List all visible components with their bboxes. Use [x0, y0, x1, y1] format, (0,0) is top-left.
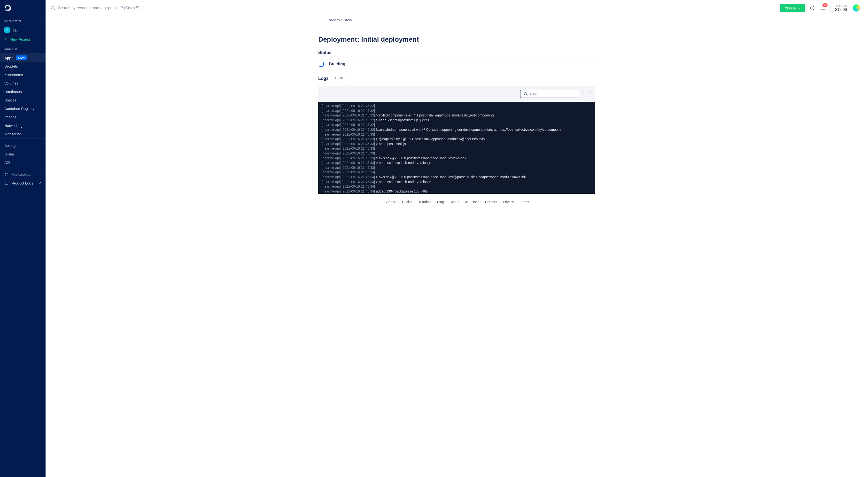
external-link-marketplace[interactable]: ▢Marketplace↗	[0, 170, 45, 179]
sidebar-item-settings[interactable]: Settings	[0, 141, 45, 150]
search-input[interactable]	[58, 6, 776, 10]
footer-link-careers[interactable]: Careers	[485, 200, 497, 204]
log-terminal[interactable]: [nearme-api] [2021-09-16 21:45:32] [near…	[318, 102, 595, 194]
find-prev-button[interactable]: ˄	[583, 92, 585, 96]
topbar: Create ⌄ ? 25 USAGE $18.96 ⌄	[45, 0, 868, 16]
sidebar-item-api[interactable]: API	[0, 158, 45, 167]
logs-header: Logs LIVE	[318, 76, 595, 81]
sidebar-item-monitoring[interactable]: Monitoring	[0, 130, 45, 138]
chevron-left-icon: 〈	[318, 18, 322, 22]
search-icon	[51, 6, 55, 10]
sidebar-item-label: Images	[4, 115, 16, 119]
page-title: Deployment: Initial deployment	[318, 36, 595, 43]
external-link-product-docs[interactable]: ▢Product Docs↗	[0, 179, 45, 187]
search-icon	[524, 92, 528, 96]
sidebar-item-volumes[interactable]: Volumes	[0, 79, 45, 87]
chevron-up-icon: ˄	[40, 47, 41, 51]
chevron-down-icon: ⌄	[797, 6, 800, 10]
log-panel: ˄ ˅ [nearme-api] [2021-09-16 21:45:32] […	[318, 86, 595, 194]
logs-label: Logs	[318, 76, 329, 81]
log-line: [nearme-api] [2021-09-16 21:45:33] > nod…	[321, 161, 592, 165]
svg-rect-1	[6, 9, 6, 10]
log-find-input[interactable]	[530, 92, 575, 96]
chevron-down-icon: ⌄	[861, 6, 863, 10]
logo[interactable]	[0, 0, 45, 16]
log-find-box[interactable]	[520, 90, 578, 98]
sidebar-item-container-registry[interactable]: Container Registry	[0, 104, 45, 113]
find-next-button[interactable]: ˅	[589, 92, 591, 96]
global-search[interactable]	[51, 6, 776, 10]
sidebar-item-label: Monitoring	[4, 132, 21, 136]
help-button[interactable]: ?	[809, 5, 815, 11]
spinner-icon	[318, 61, 324, 67]
footer-link-status[interactable]: Status	[450, 200, 459, 204]
help-icon: ?	[810, 5, 815, 11]
log-line: [nearme-api] [2021-09-16 21:45:32] Use s…	[321, 127, 592, 132]
log-line: [nearme-api] [2021-09-16 21:45:34] > aws…	[321, 175, 592, 180]
project-name: dev	[12, 28, 19, 32]
page-content: 〈 Back to History Deployment: Initial de…	[45, 16, 868, 477]
svg-rect-2	[5, 10, 6, 10]
create-label: Create	[784, 6, 796, 10]
manage-section-header[interactable]: MANAGE ˄	[0, 44, 45, 53]
footer-link-privacy[interactable]: Privacy	[503, 200, 514, 204]
notification-count-badge: 25	[823, 3, 828, 7]
log-line: [nearme-api] [2021-09-16 21:45:32]	[321, 108, 592, 113]
projects-label: PROJECTS	[4, 20, 21, 23]
log-line: [nearme-api] [2021-09-16 21:45:32] > sty…	[321, 113, 592, 118]
log-line: [nearme-api] [2021-09-16 21:45:32] > nod…	[321, 118, 592, 123]
sidebar: PROJECTS ˄ dev + New Project MANAGE ˄ Ap…	[0, 0, 45, 477]
create-button[interactable]: Create ⌄	[780, 4, 805, 12]
usage-display[interactable]: USAGE $18.96	[835, 4, 847, 12]
notifications-button[interactable]: 25	[820, 5, 826, 11]
log-line: [nearme-api] [2021-09-16 21:45:32]	[321, 123, 592, 127]
sidebar-item-label: Spaces	[4, 98, 17, 102]
sidebar-item-apps[interactable]: AppsNEW	[0, 53, 45, 62]
usage-label: USAGE	[836, 4, 847, 7]
account-menu[interactable]: ⌄	[851, 4, 863, 12]
log-line: [nearme-api] [2021-09-16 21:45:34]	[321, 184, 592, 189]
sidebar-item-networking[interactable]: Networking	[0, 121, 45, 130]
log-line: [nearme-api] [2021-09-16 21:45:33]	[321, 151, 592, 156]
new-project-button[interactable]: + New Project	[0, 35, 45, 44]
back-to-history-link[interactable]: 〈 Back to History	[318, 16, 595, 27]
footer-link-blog[interactable]: Blog	[437, 200, 444, 204]
project-item-dev[interactable]: dev	[0, 25, 45, 35]
sidebar-item-billing[interactable]: Billing	[0, 150, 45, 158]
footer-link-terms[interactable]: Terms	[520, 200, 529, 204]
projects-section-header[interactable]: PROJECTS ˄	[0, 16, 45, 25]
new-badge: NEW	[16, 56, 27, 60]
footer-link-pricing[interactable]: Pricing	[402, 200, 413, 204]
sidebar-item-kubernetes[interactable]: Kubernetes	[0, 70, 45, 79]
main-area: Create ⌄ ? 25 USAGE $18.96 ⌄ 〈 Back to H…	[45, 0, 868, 477]
project-swatch-icon	[4, 27, 10, 33]
account-nav: SettingsBillingAPI	[0, 141, 45, 167]
usage-amount: $18.96	[835, 7, 847, 12]
external-arrow-icon: ↗	[39, 181, 41, 185]
footer-link-support[interactable]: Support	[384, 200, 397, 204]
box-icon: ▢	[4, 181, 9, 185]
log-line: [nearme-api] [2021-09-16 21:45:33] > @na…	[321, 137, 592, 141]
sidebar-item-images[interactable]: Images	[0, 113, 45, 121]
sidebar-item-label: Networking	[4, 124, 23, 128]
log-line: [nearme-api] [2021-09-16 21:45:34] > nod…	[321, 180, 592, 185]
live-badge: LIVE	[332, 76, 347, 81]
sidebar-item-spaces[interactable]: Spaces	[0, 96, 45, 104]
log-toolbar: ˄ ˅	[318, 86, 595, 102]
sidebar-item-label: Kubernetes	[4, 73, 23, 77]
log-line: [nearme-api] [2021-09-16 21:45:33]	[321, 165, 592, 170]
log-line: [nearme-api] [2021-09-16 21:45:34] added…	[321, 189, 592, 194]
footer-link-tutorials[interactable]: Tutorials	[418, 200, 431, 204]
digitalocean-logo-icon	[4, 5, 11, 12]
log-line: [nearme-api] [2021-09-16 21:45:33] > aws…	[321, 156, 592, 161]
status-section-header: Status	[318, 50, 595, 55]
sidebar-item-label: Container Registry	[4, 106, 34, 110]
sidebar-item-droplets[interactable]: Droplets	[0, 62, 45, 70]
log-line: [nearme-api] [2021-09-16 21:45:32]	[321, 104, 592, 108]
sidebar-item-databases[interactable]: Databases	[0, 87, 45, 96]
plus-icon: +	[4, 37, 7, 41]
status-text: Building...	[329, 62, 349, 67]
footer-link-api-docs[interactable]: API Docs	[465, 200, 479, 204]
box-icon: ▢	[4, 172, 9, 177]
status-row: Building...	[318, 61, 595, 67]
